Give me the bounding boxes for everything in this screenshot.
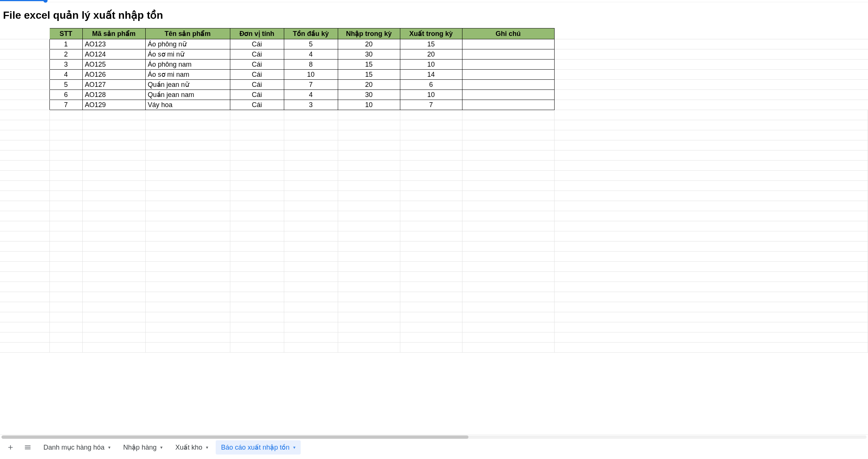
chevron-down-icon[interactable]: ▾ [108, 445, 110, 450]
empty-cell[interactable] [554, 322, 868, 332]
empty-cell[interactable] [338, 201, 400, 211]
empty-cell[interactable] [230, 231, 284, 241]
empty-cell[interactable] [0, 292, 49, 302]
empty-cell[interactable] [338, 140, 400, 151]
empty-cell[interactable] [284, 140, 338, 151]
horizontal-scrollbar[interactable] [0, 434, 868, 440]
empty-cell[interactable] [0, 221, 49, 231]
cell-out[interactable]: 14 [400, 70, 462, 80]
empty-cell[interactable] [0, 181, 49, 191]
empty-cell[interactable] [400, 241, 462, 252]
empty-cell[interactable] [49, 241, 82, 252]
cell-code[interactable]: AO124 [82, 49, 145, 60]
empty-cell[interactable] [338, 130, 400, 140]
empty-cell[interactable] [338, 120, 400, 130]
empty-cell[interactable] [400, 201, 462, 211]
cell-in[interactable]: 30 [338, 49, 400, 60]
empty-cell[interactable] [145, 302, 230, 312]
cell-open[interactable]: 5 [284, 39, 338, 49]
empty-cell[interactable] [338, 282, 400, 292]
empty-cell[interactable] [145, 201, 230, 211]
empty-cell[interactable] [400, 302, 462, 312]
empty-cell[interactable] [400, 282, 462, 292]
cell-out[interactable]: 10 [400, 60, 462, 70]
empty-cell[interactable] [145, 181, 230, 191]
col-header-stt[interactable]: STT [49, 28, 82, 39]
cell-open[interactable]: 3 [284, 100, 338, 110]
empty-cell[interactable] [230, 272, 284, 282]
empty-cell[interactable] [230, 191, 284, 201]
empty-cell[interactable] [284, 322, 338, 332]
empty-cell[interactable] [230, 120, 284, 130]
rest-cell[interactable] [554, 100, 868, 110]
pad-cell[interactable] [0, 39, 49, 49]
empty-cell[interactable] [0, 151, 49, 161]
empty-cell[interactable] [82, 151, 145, 161]
empty-cell[interactable] [82, 262, 145, 272]
empty-cell[interactable] [82, 161, 145, 171]
cell-name[interactable]: Áo sơ mi nam [145, 70, 230, 80]
empty-cell[interactable] [82, 231, 145, 241]
empty-cell[interactable] [462, 282, 554, 292]
empty-cell[interactable] [284, 211, 338, 221]
cell-in[interactable]: 30 [338, 90, 400, 100]
cell-stt[interactable]: 4 [49, 70, 82, 80]
empty-cell[interactable] [49, 211, 82, 221]
empty-cell[interactable] [0, 231, 49, 241]
sheet-tab[interactable]: Xuất kho▾ [170, 440, 213, 455]
empty-cell[interactable] [284, 343, 338, 353]
cell-note[interactable] [462, 90, 554, 100]
empty-cell[interactable] [82, 312, 145, 322]
cell-unit[interactable]: Cái [230, 49, 284, 60]
all-sheets-button[interactable] [21, 441, 34, 454]
empty-cell[interactable] [82, 302, 145, 312]
empty-cell[interactable] [462, 151, 554, 161]
cell-name[interactable]: Áo sơ mi nữ [145, 49, 230, 60]
empty-cell[interactable] [0, 332, 49, 343]
empty-cell[interactable] [0, 302, 49, 312]
empty-cell[interactable] [0, 140, 49, 151]
empty-cell[interactable] [462, 312, 554, 322]
empty-cell[interactable] [49, 171, 82, 181]
empty-cell[interactable] [400, 140, 462, 151]
horizontal-scrollbar-thumb[interactable] [1, 435, 468, 439]
cell-open[interactable]: 10 [284, 70, 338, 80]
empty-cell[interactable] [462, 110, 554, 120]
empty-cell[interactable] [400, 130, 462, 140]
empty-cell[interactable] [284, 302, 338, 312]
empty-cell[interactable] [462, 221, 554, 231]
cell-stt[interactable]: 1 [49, 39, 82, 49]
cell-code[interactable]: AO128 [82, 90, 145, 100]
empty-cell[interactable] [554, 140, 868, 151]
empty-cell[interactable] [554, 262, 868, 272]
empty-cell[interactable] [82, 252, 145, 262]
empty-cell[interactable] [230, 130, 284, 140]
cell-note[interactable] [462, 100, 554, 110]
empty-cell[interactable] [338, 332, 400, 343]
empty-cell[interactable] [82, 171, 145, 181]
rest-cell[interactable] [554, 80, 868, 90]
empty-cell[interactable] [82, 201, 145, 211]
empty-cell[interactable] [230, 262, 284, 272]
cell-unit[interactable]: Cái [230, 90, 284, 100]
empty-cell[interactable] [82, 140, 145, 151]
empty-cell[interactable] [284, 181, 338, 191]
empty-cell[interactable] [400, 292, 462, 302]
empty-cell[interactable] [338, 211, 400, 221]
empty-cell[interactable] [400, 171, 462, 181]
empty-cell[interactable] [338, 262, 400, 272]
empty-cell[interactable] [462, 302, 554, 312]
chevron-down-icon[interactable]: ▾ [206, 445, 208, 450]
empty-cell[interactable] [230, 181, 284, 191]
empty-cell[interactable] [49, 272, 82, 282]
empty-cell[interactable] [230, 221, 284, 231]
empty-cell[interactable] [49, 292, 82, 302]
empty-cell[interactable] [0, 262, 49, 272]
spreadsheet-grid[interactable]: STTMã sản phẩmTên sản phẩmĐơn vị tínhTồn… [0, 28, 868, 434]
empty-cell[interactable] [145, 191, 230, 201]
empty-cell[interactable] [400, 312, 462, 322]
empty-cell[interactable] [554, 120, 868, 130]
empty-cell[interactable] [554, 332, 868, 343]
empty-cell[interactable] [145, 343, 230, 353]
empty-cell[interactable] [400, 221, 462, 231]
